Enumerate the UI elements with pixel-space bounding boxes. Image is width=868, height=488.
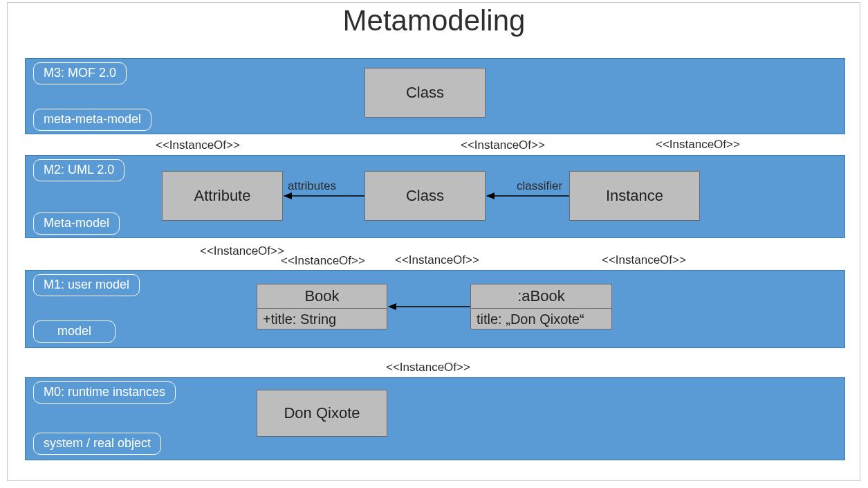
layer-m1-kind-badge: model [33,320,116,343]
m2-attribute-box: Attribute [162,171,283,221]
m1-book-box: Book +title: String [257,284,387,329]
m1-book-head: Book [257,284,387,309]
stereo-m3m2-3: <<InstanceOf>> [656,138,740,152]
stereo-m2m1-1: <<InstanceOf>> [200,244,284,258]
stereo-m3m2-1: <<InstanceOf>> [156,138,240,152]
stereo-m2m1-2: <<InstanceOf>> [281,254,365,268]
m0-object-box: Don Qixote [257,390,387,437]
assoc-attributes: attributes [288,179,336,193]
m1-abook-box: :aBook title: „Don Qixote“ [470,284,612,329]
layer-m1 [25,270,845,348]
layer-m3-kind-badge: meta-meta-model [33,109,151,131]
layer-m2-level-badge: M2: UML 2.0 [33,159,124,181]
layer-m2-kind-badge: Meta-model [33,213,120,235]
layer-m0-level-badge: M0: runtime instances [33,381,176,404]
diagram-canvas: Metamodeling M3: MOF 2.0 meta-meta-model… [0,0,868,488]
m2-instance-box: Instance [569,171,700,221]
m2-class-box: Class [364,171,486,221]
m1-abook-attr: title: „Don Qixote“ [471,309,611,330]
m1-abook-head: :aBook [471,284,611,309]
layer-m0-kind-badge: system / real object [33,433,161,455]
m3-class-box: Class [364,68,486,118]
layer-m1-level-badge: M1: user model [33,274,140,296]
stereo-m1m0-1: <<InstanceOf>> [386,361,470,374]
m1-book-attr: +title: String [257,309,387,330]
stereo-m2m1-3: <<InstanceOf>> [395,253,479,267]
assoc-classifier: classifier [517,179,562,193]
layer-m3-level-badge: M3: MOF 2.0 [33,62,127,84]
stereo-m2m1-4: <<InstanceOf>> [602,253,686,267]
diagram-title: Metamodeling [0,4,868,37]
stereo-m3m2-2: <<InstanceOf>> [461,138,545,152]
